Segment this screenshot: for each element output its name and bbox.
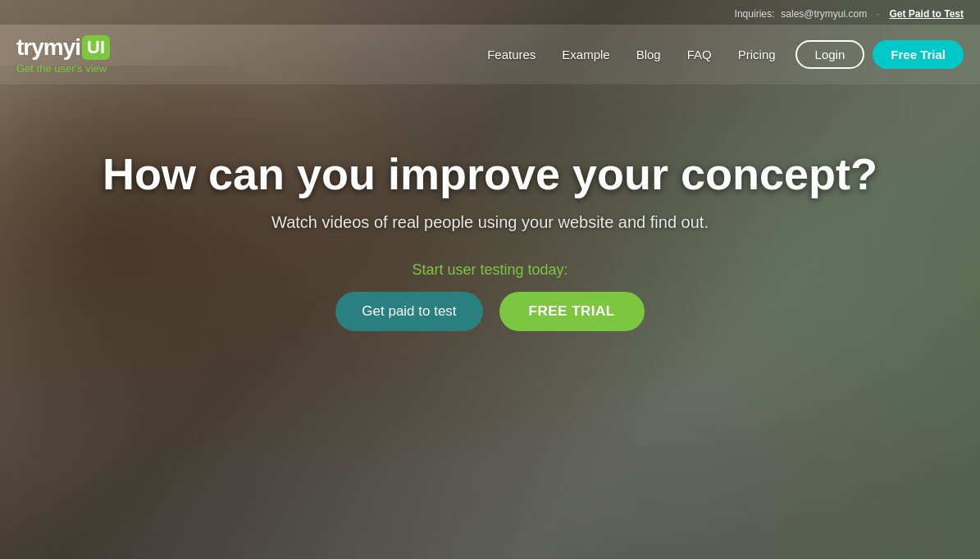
logo-ui-badge: UI [82,35,110,60]
hero-headline: How can you improve your concept? [0,150,980,198]
get-paid-topbar-link[interactable]: Get Paid to Test [890,8,964,20]
nav-faq[interactable]: FAQ [687,48,712,61]
get-paid-button[interactable]: Get paid to test [335,292,482,331]
hero-cta-label: Start user testing today: [0,261,980,279]
hero-buttons: Get paid to test FREE TRIAL [0,292,980,331]
navbar: trymyi UI Get the user's view Features E… [0,25,980,84]
free-trial-hero-button[interactable]: FREE TRIAL [499,292,645,331]
login-button[interactable]: Login [795,40,865,69]
contact-email: sales@trymyui.com [781,8,867,20]
logo-text: trymyi UI [16,34,110,61]
inquiry-label: Inquiries: [735,8,775,20]
top-bar: Inquiries: sales@trymyui.com · Get Paid … [0,0,980,25]
nav-pricing[interactable]: Pricing [738,48,776,61]
nav-features[interactable]: Features [487,48,536,61]
nav-links: Features Example Blog FAQ Pricing [487,48,775,61]
hero-section: How can you improve your concept? Watch … [0,84,980,331]
logo-tagline: Get the user's view [16,62,107,75]
hero-subheadline: Watch videos of real people using your w… [0,213,980,232]
free-trial-nav-button[interactable]: Free Trial [873,40,964,69]
separator: · [877,8,879,20]
nav-example[interactable]: Example [562,48,609,61]
logo-brand: trymyi [16,34,80,61]
nav-blog[interactable]: Blog [636,48,661,61]
logo[interactable]: trymyi UI Get the user's view [16,34,110,75]
